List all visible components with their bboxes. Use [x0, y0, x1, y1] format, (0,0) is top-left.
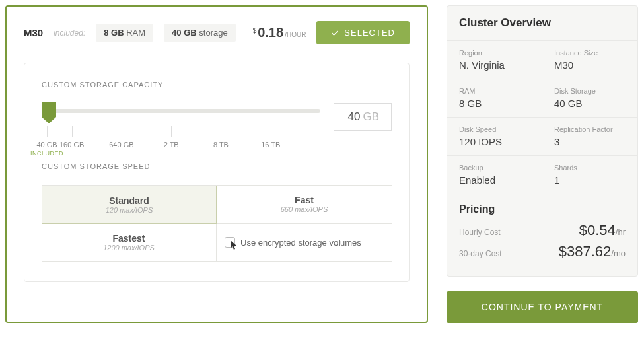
included-label: included:: [54, 28, 85, 38]
overview-cell: BackupEnabled: [447, 156, 542, 194]
hourly-label: Hourly Cost: [459, 228, 501, 237]
cluster-overview: Cluster Overview RegionN. VirginiaInstan…: [447, 5, 638, 277]
overview-cell: Replication Factor3: [542, 118, 637, 156]
overview-grid: RegionN. VirginiaInstance SizeM30RAM8 GB…: [447, 41, 637, 194]
continue-button[interactable]: CONTINUE TO PAYMENT: [447, 291, 638, 323]
overview-cell: RegionN. Virginia: [447, 41, 542, 79]
storage-capacity-title: CUSTOM STORAGE CAPACITY: [42, 81, 392, 88]
sidebar: Cluster Overview RegionN. VirginiaInstan…: [447, 5, 638, 323]
selected-button[interactable]: SELECTED: [316, 21, 410, 44]
check-icon: [331, 29, 339, 37]
speed-option-standard[interactable]: Standard120 max/IOPS: [42, 186, 217, 224]
cursor-icon: [229, 240, 239, 250]
ram-pill: 8 GB RAM: [96, 24, 153, 42]
overview-cell: Shards1: [542, 156, 637, 194]
encrypt-label: Use encrypted storage volumes: [240, 238, 361, 248]
storage-pill: 40 GB storage: [164, 24, 236, 42]
overview-title: Cluster Overview: [447, 6, 637, 41]
monthly-value: $387.62/mo: [559, 243, 626, 260]
custom-panel: CUSTOM STORAGE CAPACITY 40 GBINCLUDED160…: [24, 63, 410, 282]
overview-cell: RAM8 GB: [447, 79, 542, 118]
storage-speed-title: CUSTOM STORAGE SPEED: [42, 162, 392, 170]
encrypt-option[interactable]: Use encrypted storage volumes: [217, 224, 392, 262]
storage-value-box: 40GB: [334, 103, 392, 131]
overview-cell: Disk Speed120 IOPS: [447, 118, 542, 156]
pricing-title: Pricing: [459, 203, 626, 215]
overview-cell: Disk Storage40 GB: [542, 79, 637, 118]
speed-option-fastest[interactable]: Fastest1200 max/IOPS: [42, 224, 217, 262]
speed-grid: Standard120 max/IOPSFast660 max/IOPSFast…: [42, 185, 392, 262]
storage-slider[interactable]: 40 GBINCLUDED160 GB640 GB2 TB8 TB16 TB: [42, 104, 320, 130]
tier-price: $ 0.18 /HOUR: [253, 25, 306, 40]
monthly-label: 30-day Cost: [459, 249, 502, 258]
speed-option-fast[interactable]: Fast660 max/IOPS: [217, 186, 392, 224]
hourly-value: $0.54/hr: [579, 222, 626, 239]
slider-thumb[interactable]: [42, 102, 56, 117]
tier-name: M30: [24, 27, 43, 38]
overview-cell: Instance SizeM30: [542, 41, 637, 79]
tier-header: M30 included: 8 GB RAM 40 GB storage $ 0…: [24, 21, 410, 44]
config-panel: M30 included: 8 GB RAM 40 GB storage $ 0…: [5, 5, 428, 323]
